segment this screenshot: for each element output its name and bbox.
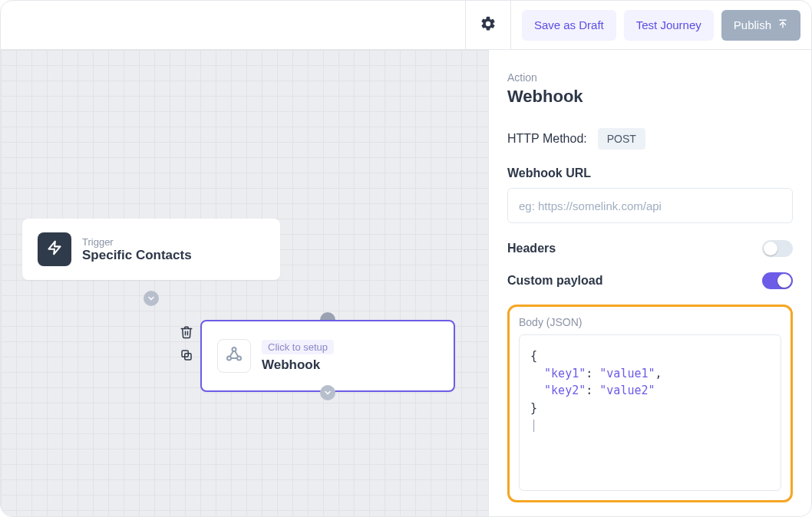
body-json-highlight: Body (JSON) { "key1": "value1", "key2": … [507,305,793,502]
top-bar: Save as Draft Test Journey Publish [1,1,811,50]
publish-button[interactable]: Publish [721,10,800,41]
save-draft-button[interactable]: Save as Draft [522,10,616,41]
delete-node-button[interactable] [179,326,194,341]
trash-icon [180,325,193,342]
toggle-knob [764,242,777,255]
webhook-icon [225,345,243,367]
action-title: Webhook [262,357,334,373]
main-area: Trigger Specific Contacts [1,50,811,516]
action-text: Click to setup Webhook [262,340,334,373]
trigger-title: Specific Contacts [82,248,192,263]
body-label: Body (JSON) [519,316,781,328]
journey-canvas[interactable]: Trigger Specific Contacts [1,50,489,516]
webhook-url-input[interactable] [507,188,793,223]
action-output-port[interactable] [320,385,335,400]
custom-payload-row: Custom payload [507,272,793,289]
header-buttons: Save as Draft Test Journey Publish [522,10,800,41]
trigger-icon-box [38,232,71,266]
publish-label: Publish [734,18,771,31]
http-method-label: HTTP Method: [507,132,587,146]
custom-payload-label: Custom payload [507,274,602,288]
trigger-text: Trigger Specific Contacts [82,236,192,263]
body-json-editor[interactable]: { "key1": "value1", "key2": "value2" } | [519,334,781,491]
action-node[interactable]: Click to setup Webhook [200,320,455,392]
publish-icon [777,18,788,31]
toggle-knob [777,274,791,288]
node-side-actions [179,326,194,364]
webhook-url-label: Webhook URL [507,166,793,180]
settings-button[interactable] [465,1,511,50]
svg-marker-2 [49,242,61,255]
headers-label: Headers [507,242,556,255]
lightning-icon [47,240,62,258]
panel-eyebrow: Action [507,71,793,84]
property-panel: Action Webhook HTTP Method: POST Webhook… [489,50,811,516]
gear-icon [480,15,497,35]
headers-row: Headers [507,240,793,257]
app-shell: Save as Draft Test Journey Publish [0,0,812,517]
http-method-value[interactable]: POST [598,128,645,150]
duplicate-node-button[interactable] [179,349,194,364]
copy-icon [180,348,193,365]
trigger-eyebrow: Trigger [82,236,192,248]
trigger-node[interactable]: Trigger Specific Contacts [22,219,280,280]
action-icon-box [217,339,251,373]
custom-payload-toggle[interactable] [762,272,793,289]
action-eyebrow: Click to setup [262,340,334,354]
http-method-row: HTTP Method: POST [507,128,793,150]
test-journey-button[interactable]: Test Journey [624,10,714,41]
panel-title: Webhook [507,87,793,107]
trigger-output-port[interactable] [144,291,159,306]
headers-toggle[interactable] [762,240,793,257]
